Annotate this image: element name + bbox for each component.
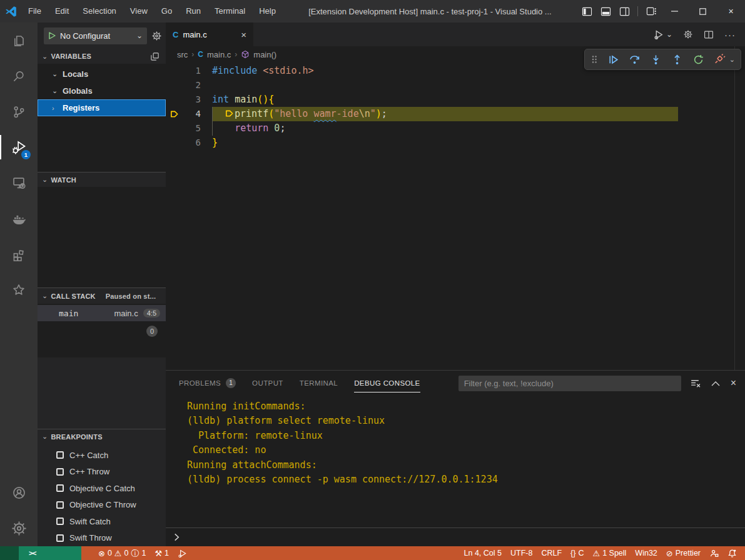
search-icon[interactable] xyxy=(0,58,38,94)
problems-status[interactable]: ⊗ 0 ⚠ 0 ⓘ 1 xyxy=(94,546,150,560)
language-mode-status[interactable]: {} C xyxy=(566,546,588,560)
close-window-button[interactable]: × xyxy=(717,0,745,22)
launch-configuration-dropdown[interactable]: No Configurat ⌄ xyxy=(44,28,147,44)
toolbar-drag-gripper[interactable] xyxy=(590,54,598,64)
breakpoint-row-swift-throw[interactable]: Swift Throw xyxy=(38,530,166,547)
chevron-down-icon: ⌄ xyxy=(52,87,63,95)
notifications-bell-icon[interactable] xyxy=(723,546,741,560)
toggle-panel-icon[interactable] xyxy=(596,0,615,22)
toggle-secondary-sidebar-icon[interactable] xyxy=(615,0,634,22)
breakpoint-checkbox[interactable] xyxy=(56,451,64,459)
info-count: 1 xyxy=(141,549,146,558)
panel-tab-output[interactable]: OUTPUT xyxy=(252,371,283,396)
run-and-debug-icon[interactable]: 1 xyxy=(0,129,38,165)
remote-icon: >< xyxy=(29,549,36,557)
menu-selection[interactable]: Selection xyxy=(76,0,123,22)
menu-run[interactable]: Run xyxy=(179,0,208,22)
variables-item-locals[interactable]: ⌄Locals xyxy=(38,66,166,82)
breakpoint-row-c-throw[interactable]: C++ Throw xyxy=(38,464,166,481)
panel-tab-terminal[interactable]: TERMINAL xyxy=(300,371,338,396)
eol-status[interactable]: CRLF xyxy=(537,546,566,560)
code-line-4[interactable]: 4printf("hello wamr-ide\n"); xyxy=(166,107,745,121)
breakpoint-checkbox[interactable] xyxy=(56,484,64,492)
code-line-5[interactable]: 5 return 0; xyxy=(166,121,745,136)
code-line-6[interactable]: 6} xyxy=(166,136,745,150)
menu-edit[interactable]: Edit xyxy=(48,0,76,22)
breakpoint-row-swift-catch[interactable]: Swift Catch xyxy=(38,513,166,530)
watch-section-header[interactable]: ⌄ WATCH xyxy=(38,172,166,187)
menu-go[interactable]: Go xyxy=(155,0,179,22)
breakpoint-checkbox[interactable] xyxy=(56,501,64,509)
step-out-icon[interactable] xyxy=(671,54,683,66)
panel-tab-debug-console[interactable]: DEBUG CONSOLE xyxy=(354,374,420,392)
step-into-icon[interactable] xyxy=(650,54,662,66)
restart-icon[interactable] xyxy=(692,54,704,66)
formatter-status[interactable]: ⊘ Prettier xyxy=(662,546,705,560)
step-over-icon[interactable] xyxy=(629,54,641,66)
stack-frame-row[interactable]: main main.c 4:5 xyxy=(38,305,166,321)
breadcrumb-symbol[interactable]: main() xyxy=(253,50,276,59)
settings-gear-icon[interactable] xyxy=(0,511,38,546)
console-filter-input[interactable] xyxy=(459,376,681,391)
remote-explorer-icon[interactable] xyxy=(0,165,38,201)
continue-icon[interactable] xyxy=(607,54,619,66)
split-editor-icon[interactable] xyxy=(704,30,714,39)
editor-gear-icon[interactable] xyxy=(683,29,693,39)
code-line-3[interactable]: 3int main(){ xyxy=(166,92,745,107)
remote-indicator[interactable]: >< xyxy=(19,546,81,560)
star-icon[interactable] xyxy=(0,272,38,308)
breakpoint-checkbox[interactable] xyxy=(56,468,64,476)
explorer-icon[interactable] xyxy=(0,22,38,58)
customize-layout-icon[interactable] xyxy=(642,0,661,22)
source-control-icon[interactable] xyxy=(0,94,38,129)
encoding-status[interactable]: UTF-8 xyxy=(506,546,537,560)
breakpoint-checkbox[interactable] xyxy=(56,518,64,525)
remote-indicator-secondary[interactable] xyxy=(0,546,19,560)
debug-settings-gear-icon[interactable] xyxy=(151,31,162,41)
extensions-icon[interactable] xyxy=(0,236,38,272)
menu-view[interactable]: View xyxy=(123,0,155,22)
accounts-icon[interactable] xyxy=(0,475,38,511)
call-stack-section-header[interactable]: ⌄ CALL STACK Paused on st... xyxy=(38,288,166,304)
cursor-position-status[interactable]: Ln 4, Col 5 xyxy=(460,546,506,560)
run-or-debug-button[interactable]: ⌄ xyxy=(654,29,672,40)
breakpoint-checkbox[interactable] xyxy=(56,534,64,542)
debug-console-output: Running initCommands:(lldb) platform sel… xyxy=(166,396,745,528)
close-tab-icon[interactable]: × xyxy=(241,29,246,40)
tab-main-c[interactable]: C main.c × xyxy=(166,22,253,46)
close-panel-icon[interactable]: × xyxy=(731,378,736,389)
platform-status[interactable]: Win32 xyxy=(631,546,661,560)
maximize-button[interactable] xyxy=(689,0,717,22)
panel-tab-problems[interactable]: PROBLEMS1 xyxy=(179,371,236,396)
clear-console-icon[interactable] xyxy=(690,378,701,389)
breadcrumb-folder[interactable]: src xyxy=(177,50,188,59)
debug-status[interactable] xyxy=(173,546,191,560)
spell-checker-status[interactable]: ⚠ 1 Spell xyxy=(588,546,631,560)
code-line-2[interactable]: 2 xyxy=(166,78,745,92)
code-token: #include xyxy=(212,65,257,76)
toggle-sidebar-icon[interactable] xyxy=(577,0,596,22)
copy-value-icon[interactable] xyxy=(150,52,160,61)
menu-file[interactable]: File xyxy=(21,0,48,22)
feedback-person-icon[interactable] xyxy=(705,546,723,560)
breakpoint-row-objective-c-throw[interactable]: Objective C Throw xyxy=(38,497,166,514)
breakpoint-row-c-catch[interactable]: C++ Catch xyxy=(38,447,166,464)
disconnect-icon[interactable] xyxy=(714,54,726,66)
breadcrumb-file[interactable]: main.c xyxy=(207,50,231,59)
minimize-button[interactable] xyxy=(661,0,689,22)
menu-help[interactable]: Help xyxy=(252,0,283,22)
code-editor[interactable]: 1#include <stdio.h>23int main(){4printf(… xyxy=(166,62,745,370)
menu-terminal[interactable]: Terminal xyxy=(208,0,252,22)
tools-status[interactable]: ⚒ 1 xyxy=(150,546,173,560)
chevron-down-icon[interactable]: ⌄ xyxy=(729,56,735,64)
docker-icon[interactable] xyxy=(0,201,38,236)
breakpoints-section-header[interactable]: ⌄ BREAKPOINTS xyxy=(38,429,166,444)
variables-item-registers[interactable]: ›Registers xyxy=(38,99,166,116)
variables-section-header[interactable]: ⌄ VARIABLES xyxy=(38,49,166,64)
variables-item-globals[interactable]: ⌄Globals xyxy=(38,82,166,99)
debug-console-input[interactable] xyxy=(166,528,745,546)
maximize-panel-icon[interactable] xyxy=(711,381,720,386)
breakpoint-row-objective-c-catch[interactable]: Objective C Catch xyxy=(38,480,166,497)
spell-label: 1 Spell xyxy=(602,549,626,558)
more-actions-icon[interactable]: ··· xyxy=(724,29,736,40)
